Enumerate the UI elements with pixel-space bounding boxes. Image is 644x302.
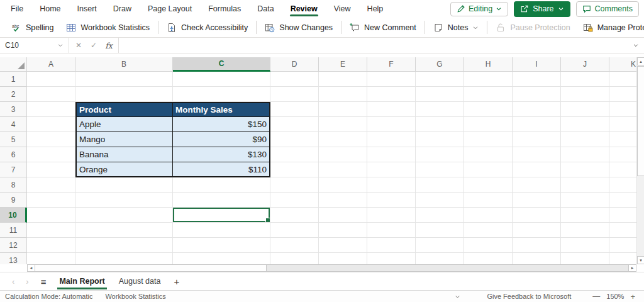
editing-mode-button[interactable]: Editing (450, 2, 508, 16)
cell-A10[interactable] (27, 208, 75, 223)
cell-G6[interactable] (416, 147, 464, 162)
cell-J10[interactable] (561, 208, 609, 223)
cell-G2[interactable] (416, 87, 464, 102)
cell-H13[interactable] (464, 253, 513, 264)
cell-I2[interactable] (513, 87, 561, 102)
cell-A3[interactable] (27, 102, 75, 117)
insert-function-icon[interactable]: fx (101, 41, 116, 50)
cell-B11[interactable] (75, 223, 173, 238)
cell-F5[interactable] (367, 132, 416, 147)
column-header-J[interactable]: J (561, 57, 609, 72)
row-header-1[interactable]: 1 (0, 72, 27, 87)
cell-I8[interactable] (513, 177, 561, 193)
scroll-down-button[interactable]: ▼ (637, 256, 644, 264)
horizontal-scroll-track[interactable] (267, 264, 628, 272)
cell-D3[interactable] (270, 102, 319, 117)
cell-C1[interactable] (173, 72, 270, 87)
cell-G7[interactable] (416, 162, 464, 177)
column-header-E[interactable]: E (319, 57, 367, 72)
menu-tab-page-layout[interactable]: Page Layout (140, 0, 200, 18)
row-header-13[interactable]: 13 (0, 253, 27, 264)
cell-D12[interactable] (270, 238, 319, 253)
cell-G5[interactable] (416, 132, 464, 147)
cell-E9[interactable] (319, 193, 367, 208)
cell-E12[interactable] (319, 238, 367, 253)
cell-G1[interactable] (416, 72, 464, 87)
cell-B10[interactable] (75, 208, 173, 223)
menu-tab-insert[interactable]: Insert (69, 0, 105, 18)
column-header-B[interactable]: B (75, 57, 173, 72)
column-header-G[interactable]: G (416, 57, 464, 72)
formula-input[interactable] (119, 38, 628, 53)
cell-G4[interactable] (416, 117, 464, 132)
calculation-mode-status[interactable]: Calculation Mode: Automatic (5, 293, 92, 300)
horizontal-scrollbar[interactable]: ◄ ► (0, 264, 644, 272)
cell-A2[interactable] (27, 87, 75, 102)
cell-F11[interactable] (367, 223, 416, 238)
status-bar-expand-chevron[interactable] (455, 294, 460, 299)
add-sheet-button[interactable]: + (167, 276, 186, 287)
cell-J5[interactable] (561, 132, 609, 147)
cell-I6[interactable] (513, 147, 561, 162)
cell-C11[interactable] (173, 223, 270, 238)
cell-A4[interactable] (27, 117, 75, 132)
cell-I13[interactable] (513, 253, 561, 264)
cell-D5[interactable] (270, 132, 319, 147)
cell-H7[interactable] (464, 162, 513, 177)
cell-D4[interactable] (270, 117, 319, 132)
cell-B13[interactable] (75, 253, 173, 264)
cell-E10[interactable] (319, 208, 367, 223)
cell-E13[interactable] (319, 253, 367, 264)
workbook-statistics-button[interactable]: Workbook Statistics (60, 19, 156, 36)
cell-J3[interactable] (561, 102, 609, 117)
cell-A13[interactable] (27, 253, 75, 264)
cell-B4[interactable]: Apple (75, 117, 173, 132)
pause-protection-button[interactable]: Pause Protection (489, 19, 576, 36)
cell-A6[interactable] (27, 147, 75, 162)
cell-B9[interactable] (75, 193, 173, 208)
cell-I1[interactable] (513, 72, 561, 87)
cell-G12[interactable] (416, 238, 464, 253)
cell-J9[interactable] (561, 193, 609, 208)
cell-D1[interactable] (270, 72, 319, 87)
menu-tab-data[interactable]: Data (249, 0, 282, 18)
cell-I5[interactable] (513, 132, 561, 147)
manage-protection-button[interactable]: Manage Protection (577, 19, 644, 36)
column-header-D[interactable]: D (270, 57, 319, 72)
cell-D8[interactable] (270, 177, 319, 193)
cell-I9[interactable] (513, 193, 561, 208)
cell-D11[interactable] (270, 223, 319, 238)
cell-A5[interactable] (27, 132, 75, 147)
formula-bar-expand-chevron[interactable] (628, 38, 644, 53)
row-header-12[interactable]: 12 (0, 238, 27, 253)
cell-C7[interactable]: $110 (173, 162, 270, 177)
cell-H9[interactable] (464, 193, 513, 208)
name-box[interactable]: C10 (0, 38, 69, 53)
cell-E3[interactable] (319, 102, 367, 117)
zoom-in-button[interactable]: + (626, 292, 639, 301)
zoom-out-button[interactable]: — (589, 292, 604, 301)
cell-B1[interactable] (75, 72, 173, 87)
select-all-button[interactable] (0, 57, 27, 72)
cell-B6[interactable]: Banana (75, 147, 173, 162)
row-header-4[interactable]: 4 (0, 117, 27, 132)
cell-I12[interactable] (513, 238, 561, 253)
cell-H2[interactable] (464, 87, 513, 102)
cell-C12[interactable] (173, 238, 270, 253)
cell-F9[interactable] (367, 193, 416, 208)
cell-E6[interactable] (319, 147, 367, 162)
cell-I4[interactable] (513, 117, 561, 132)
column-header-A[interactable]: A (27, 57, 75, 72)
cell-F13[interactable] (367, 253, 416, 264)
cell-C13[interactable] (173, 253, 270, 264)
cell-J1[interactable] (561, 72, 609, 87)
cell-G9[interactable] (416, 193, 464, 208)
cell-C9[interactable] (173, 193, 270, 208)
menu-tab-help[interactable]: Help (359, 0, 392, 18)
menu-tab-formulas[interactable]: Formulas (200, 0, 249, 18)
cell-I10[interactable] (513, 208, 561, 223)
cell-A8[interactable] (27, 177, 75, 193)
cell-C5[interactable]: $90 (173, 132, 270, 147)
cell-J11[interactable] (561, 223, 609, 238)
cell-D9[interactable] (270, 193, 319, 208)
